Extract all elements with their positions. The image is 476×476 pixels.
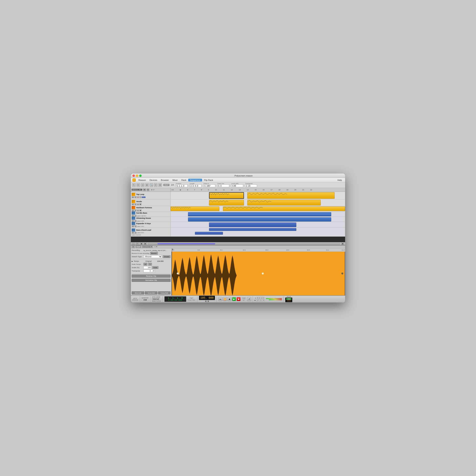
track-rec-toploop[interactable]: ● bbox=[137, 196, 139, 198]
comp-edit-button[interactable]: Comp Edit bbox=[158, 291, 170, 294]
clip-vocals-1[interactable] bbox=[209, 200, 244, 205]
waveform-canvas-area[interactable] bbox=[171, 252, 345, 295]
transpose-input[interactable] bbox=[143, 270, 155, 272]
clip-basschord-lane1[interactable] bbox=[195, 232, 223, 235]
tool-eraser[interactable]: ◻ bbox=[141, 183, 144, 187]
clip-toploop-2[interactable] bbox=[247, 192, 335, 199]
fade-in-value[interactable]: 0. 180° bbox=[204, 185, 215, 187]
snap-toggle[interactable]: SNAP bbox=[136, 246, 141, 248]
clip-hwfortress-2[interactable] bbox=[223, 206, 345, 211]
track-m-toploop[interactable]: M bbox=[132, 196, 134, 198]
menu-reason[interactable]: Reason bbox=[137, 179, 148, 182]
track-lane-expander[interactable] bbox=[170, 222, 345, 227]
rewind-to-start-btn[interactable]: ⏮ bbox=[218, 297, 222, 301]
track-io-vocals[interactable]: ● bbox=[137, 203, 139, 205]
track-more-vocals[interactable]: ▶ bbox=[139, 203, 142, 205]
menu-flip-rack[interactable]: Flip Rack bbox=[203, 179, 215, 182]
level-value[interactable]: 4.99 bbox=[231, 185, 243, 187]
master-s-btn[interactable]: S bbox=[147, 189, 149, 191]
snap-button[interactable]: SNAP bbox=[163, 184, 169, 186]
track-m-glistening[interactable]: M bbox=[132, 220, 134, 222]
tool-pencil[interactable]: ✏ bbox=[136, 183, 140, 187]
close-button[interactable] bbox=[133, 174, 135, 177]
clip-close-btn[interactable]: ✕ bbox=[132, 246, 135, 248]
r-value[interactable]: 17. 2. 1. 0 bbox=[256, 299, 265, 302]
time-sig-display[interactable]: 4 / 4 bbox=[205, 300, 209, 303]
tap-label[interactable]: TAP bbox=[190, 297, 193, 299]
disable-button[interactable]: Disable bbox=[163, 255, 170, 258]
track-lane-basschord[interactable] bbox=[170, 227, 345, 237]
track-lane-toploop[interactable] bbox=[170, 192, 345, 199]
track-s-toploop[interactable]: S bbox=[135, 196, 137, 198]
scale-wave-btn[interactable]: ∿ bbox=[148, 263, 152, 266]
quantize-value-transport[interactable]: 1/16 bbox=[142, 299, 148, 301]
vocal-edit-button[interactable]: Vocal Edit bbox=[145, 291, 157, 294]
reverse-clip-button[interactable]: Reverse Clip bbox=[132, 274, 170, 278]
normalize-clip-button[interactable]: Normalize Clip bbox=[132, 279, 170, 282]
length-value[interactable]: 2. 0. 0. 0 bbox=[190, 185, 202, 187]
track-lane-hwfortress[interactable] bbox=[170, 206, 345, 211]
track-lane-vocals[interactable] bbox=[170, 199, 345, 206]
sequencer-scroll-thumb[interactable] bbox=[157, 243, 215, 244]
menu-sequencer[interactable]: Sequencer bbox=[188, 179, 202, 182]
clip-vocals-2[interactable] bbox=[247, 200, 321, 205]
menu-devices[interactable]: Devices bbox=[148, 179, 159, 182]
clip-expander[interactable] bbox=[209, 222, 296, 227]
slice-edit-button[interactable]: Slice Edit bbox=[132, 291, 144, 294]
track-more-hwfortress[interactable]: ▶ bbox=[139, 209, 142, 211]
master-m-btn[interactable]: M bbox=[143, 189, 146, 191]
alt-label[interactable]: ALT bbox=[242, 299, 246, 301]
record-btn[interactable]: ⏺ bbox=[237, 297, 240, 301]
bounce-button[interactable]: Bounce bbox=[150, 252, 158, 255]
track-input-toploop[interactable]: IN▼ bbox=[142, 197, 145, 198]
track-s-expander[interactable]: S bbox=[135, 225, 137, 227]
clip-basschord-lane3[interactable] bbox=[209, 228, 296, 231]
menu-rack[interactable]: Rack bbox=[180, 179, 188, 182]
clip-glistening[interactable] bbox=[188, 217, 331, 221]
tool-scissors[interactable]: ✂ bbox=[154, 183, 157, 187]
tool-zoom[interactable]: 🔍 bbox=[150, 183, 153, 187]
scale-x2-btn[interactable]: x2 bbox=[143, 263, 147, 266]
menu-mixer[interactable]: Mixer bbox=[171, 179, 179, 182]
scroll-zoom-plus[interactable]: + bbox=[136, 243, 139, 245]
track-s-glistening[interactable]: S bbox=[135, 220, 137, 222]
track-lane-glistening[interactable] bbox=[170, 217, 345, 222]
tool-select[interactable]: ⊕ bbox=[145, 183, 149, 187]
delay-on-indicator[interactable]: ON bbox=[286, 298, 291, 300]
tool-arrow[interactable]: ↖ bbox=[132, 183, 136, 187]
track-s-hwfortress[interactable]: S bbox=[135, 209, 137, 211]
scroll-play-btn[interactable]: ▶ bbox=[144, 243, 147, 245]
scroll-zoom-minus[interactable]: - bbox=[132, 243, 135, 245]
track-m-expander[interactable]: M bbox=[132, 225, 134, 227]
dub-label[interactable]: DUB bbox=[242, 297, 246, 299]
track-more-toploop[interactable]: ○ bbox=[139, 196, 141, 198]
track-m-vocals[interactable]: M bbox=[132, 203, 134, 205]
fade-out-value[interactable]: 0. 0 bbox=[217, 185, 229, 187]
click-pre-label[interactable]: CLicK PRE bbox=[187, 299, 196, 301]
track-m-basschord[interactable]: M bbox=[132, 232, 134, 234]
stretch-select[interactable]: Allround Monophonic bbox=[143, 255, 162, 258]
stop-btn[interactable]: ⏹ bbox=[227, 297, 231, 301]
track-m-hwfortress[interactable]: M bbox=[132, 209, 134, 211]
position-value[interactable]: 9. 2. 1. 0 bbox=[176, 185, 188, 187]
tempo-display[interactable]: 105. 000 bbox=[199, 296, 215, 300]
clip-hwfortress-1[interactable] bbox=[170, 206, 219, 211]
scroll-right-end[interactable]: ▶ bbox=[341, 243, 344, 245]
menu-help[interactable]: Help bbox=[336, 179, 343, 182]
track-lane-fat80s[interactable] bbox=[170, 212, 345, 217]
loop-btn[interactable]: ↺ bbox=[247, 297, 251, 301]
menu-browser[interactable]: Browser bbox=[159, 179, 170, 182]
tool-mute[interactable]: M bbox=[158, 183, 162, 187]
scroll-left-btn[interactable]: ◀ bbox=[140, 243, 143, 245]
sequencer-scroll-track[interactable] bbox=[148, 243, 340, 245]
track-s-vocals[interactable]: S bbox=[135, 203, 137, 205]
clip-toploop-1[interactable] bbox=[209, 192, 244, 199]
l-value[interactable]: 9. 2. 1. 0 bbox=[257, 297, 264, 299]
scale-btn[interactable]: Scale bbox=[152, 266, 158, 269]
grid-select[interactable]: Grid (1/16) ▼ bbox=[142, 246, 153, 248]
minimize-button[interactable] bbox=[136, 174, 138, 177]
play-btn[interactable]: ▶ bbox=[232, 297, 236, 301]
track-s-basschord[interactable]: S bbox=[135, 232, 137, 234]
clip-fat80s[interactable] bbox=[188, 212, 331, 216]
maximize-button[interactable] bbox=[139, 174, 142, 177]
